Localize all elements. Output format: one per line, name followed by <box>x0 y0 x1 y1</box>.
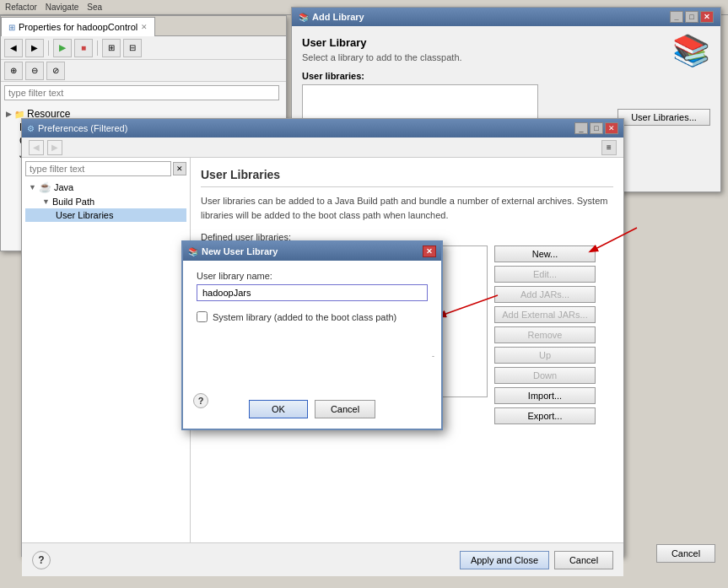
user-libraries-label: User libraries: <box>302 71 710 81</box>
add-external-jars-button[interactable]: Add External JARs... <box>494 306 596 323</box>
add-library-cancel-button[interactable]: Cancel <box>656 544 715 563</box>
library-action-buttons: New... Edit... Add JARs... Add External … <box>494 245 596 424</box>
prefs-tree-buildpath-label: Build Path <box>52 197 94 207</box>
prefs-maximize-btn[interactable]: □ <box>590 122 603 134</box>
add-library-controls: _ □ ✕ <box>670 11 714 23</box>
prefs-cancel-button[interactable]: Cancel <box>554 551 613 569</box>
dialog-cancel-button[interactable]: Cancel <box>315 400 375 418</box>
prefs-tree-java-label: Java <box>54 182 73 192</box>
prefs-nav-back[interactable]: ◀ <box>29 140 44 155</box>
prefs-help-btn[interactable]: ? <box>32 551 51 569</box>
prefs-nav-menu[interactable]: ≡ <box>601 140 617 155</box>
prefs-search-area: ✕ <box>25 161 186 176</box>
prefs-tree-userlibs[interactable]: User Libraries <box>25 208 186 222</box>
properties-tab[interactable]: ⊞ Properties for hadoopControl ✕ <box>1 17 155 36</box>
preferences-title-label: Preferences (Filtered) <box>38 123 127 133</box>
system-library-row: System library (added to the boot class … <box>197 311 428 322</box>
toolbar-stop[interactable]: ■ <box>74 39 93 57</box>
new-button[interactable]: New... <box>494 245 596 262</box>
menu-refactor[interactable]: Refactor <box>5 3 37 12</box>
prefs-main-title: User Libraries <box>201 168 613 187</box>
toolbar-t1[interactable]: ⊕ <box>4 62 23 80</box>
dialog-titlebar: 📚 New User Library ✕ <box>183 242 441 261</box>
dialog-hint: - <box>432 352 434 360</box>
export-button[interactable]: Export... <box>494 407 596 424</box>
system-library-checkbox[interactable] <box>197 311 208 322</box>
dialog-close-btn[interactable]: ✕ <box>423 245 436 257</box>
eclipse-toolbar2: ⊕ ⊖ ⊘ <box>1 60 286 82</box>
apply-close-button[interactable]: Apply and Close <box>460 551 549 569</box>
toolbar-t2[interactable]: ⊖ <box>25 62 44 80</box>
add-jars-button[interactable]: Add JARs... <box>494 286 596 303</box>
toolbar-misc1[interactable]: ⊞ <box>102 39 121 57</box>
remove-button[interactable]: Remove <box>494 326 596 343</box>
preferences-footer: ? Apply and Close Cancel <box>22 542 623 576</box>
toolbar-misc2[interactable]: ⊟ <box>123 39 142 57</box>
filter-area <box>1 82 286 104</box>
library-name-input[interactable] <box>197 284 428 301</box>
toolbar-t3[interactable]: ⊘ <box>46 62 65 80</box>
toolbar-run[interactable]: ▶ <box>53 39 72 57</box>
eclipse-toolbar: ◀ ▶ ▶ ■ ⊞ ⊟ <box>1 36 286 60</box>
library-book-icon: 📚 <box>672 33 710 68</box>
prefs-filter-input[interactable] <box>25 161 171 176</box>
properties-filter-input[interactable] <box>4 85 279 100</box>
properties-tab-bar: ⊞ Properties for hadoopControl ✕ <box>1 16 286 36</box>
prefs-close-btn[interactable]: ✕ <box>605 122 618 134</box>
prefs-tree-buildpath[interactable]: ▼ Build Path <box>25 195 186 208</box>
prefs-nav-bar: ◀ ▶ ≡ <box>22 138 623 158</box>
toolbar-fwd[interactable]: ▶ <box>25 39 44 57</box>
user-libraries-button[interactable]: User Libraries... <box>617 109 710 126</box>
preferences-sidebar: ✕ ▼ ☕ Java ▼ Build Path User Libraries <box>22 158 191 542</box>
new-user-library-dialog: 📚 New User Library ✕ User library name: … <box>181 240 443 430</box>
add-library-maximize[interactable]: □ <box>685 11 698 23</box>
toolbar-back[interactable]: ◀ <box>4 39 23 57</box>
menu-search[interactable]: Sea <box>87 3 102 12</box>
import-button[interactable]: Import... <box>494 387 596 404</box>
dialog-body: User library name: System library (added… <box>183 261 441 332</box>
prefs-filter-clear[interactable]: ✕ <box>173 162 186 175</box>
add-library-description: Select a library to add to the classpath… <box>302 52 710 62</box>
menu-navigate[interactable]: Navigate <box>46 3 78 12</box>
preferences-titlebar: ⚙ Preferences (Filtered) _ □ ✕ <box>22 119 623 138</box>
up-button[interactable]: Up <box>494 347 596 364</box>
dialog-ok-button[interactable]: OK <box>249 400 308 418</box>
properties-tab-label: Properties for hadoopControl <box>19 22 138 32</box>
dialog-field-label: User library name: <box>197 271 428 281</box>
down-button[interactable]: Down <box>494 367 596 384</box>
prefs-tree-userlibs-label: User Libraries <box>56 210 113 220</box>
dialog-title-label: New User Library <box>202 246 278 256</box>
dialog-footer: ? OK Cancel <box>183 400 441 418</box>
edit-button[interactable]: Edit... <box>494 266 596 283</box>
add-library-minimize[interactable]: _ <box>670 11 683 23</box>
system-library-label: System library (added to the boot class … <box>213 312 396 322</box>
preferences-win-controls: _ □ ✕ <box>574 122 618 134</box>
prefs-tree-java[interactable]: ▼ ☕ Java <box>25 180 186 195</box>
add-library-titlebar: 📚 Add Library _ □ ✕ <box>292 8 720 26</box>
prefs-nav-fwd[interactable]: ▶ <box>47 140 62 155</box>
add-library-title-label: Add Library <box>312 12 364 22</box>
prefs-description: User libraries can be added to a Java Bu… <box>201 194 613 222</box>
add-library-close[interactable]: ✕ <box>700 11 714 23</box>
prefs-minimize-btn[interactable]: _ <box>574 122 588 134</box>
dialog-help-btn[interactable]: ? <box>193 393 208 408</box>
add-library-section-title: User Library <box>302 36 710 49</box>
